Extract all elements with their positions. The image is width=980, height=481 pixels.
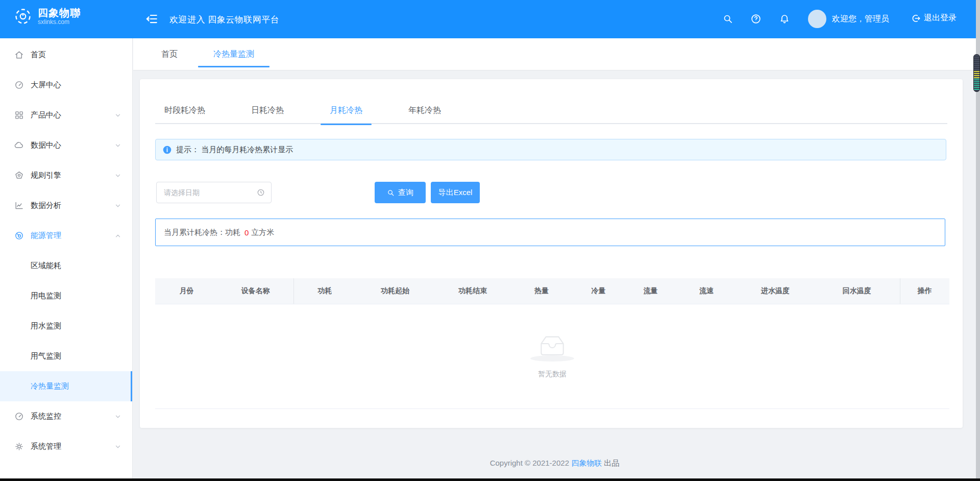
tab-yearly-consumption[interactable]: 年耗冷热 xyxy=(399,97,450,124)
chevron-down-icon xyxy=(115,414,121,420)
pentagon-badge-icon xyxy=(14,171,24,180)
content-card: 时段耗冷热 日耗冷热 月耗冷热 年耗冷热 提示： 当月的每月耗冷热累计显示 xyxy=(140,79,963,428)
sidebar-item-screen-center[interactable]: 大屏中心 xyxy=(0,70,132,100)
sidebar-item-system-management[interactable]: 系统管理 xyxy=(0,431,132,462)
col-inlet-temp: 进水温度 xyxy=(737,278,814,304)
tab-daily-consumption[interactable]: 日耗冷热 xyxy=(242,97,293,124)
period-tabs: 时段耗冷热 日耗冷热 月耗冷热 年耗冷热 xyxy=(155,97,947,124)
col-power-start: 功耗起始 xyxy=(356,278,434,304)
scrollbar-stripe-teal xyxy=(974,79,979,90)
top-header: 四象物聯 sxlinks.com 欢迎进入 四象云物联网平台 欢迎您，管理员 xyxy=(0,0,976,38)
sidebar-item-rule-engine[interactable]: 规则引擎 xyxy=(0,160,132,190)
sidebar-item-label: 产品中心 xyxy=(31,110,61,120)
sidebar-subitem-heat-cool-monitor[interactable]: 冷热量监测 xyxy=(0,371,132,401)
query-button[interactable]: 查询 xyxy=(375,182,426,203)
tab-home[interactable]: 首页 xyxy=(151,38,188,70)
table-header-row: 月份 设备名称 功耗 功耗起始 功耗结束 热量 冷量 流量 流速 进水温度 回水… xyxy=(155,278,949,304)
chevron-down-icon xyxy=(115,173,121,179)
footer-copyright: Copyright © 2021-2022 xyxy=(490,459,569,467)
tab-monthly-consumption[interactable]: 月耗冷热 xyxy=(321,97,372,124)
tab-label: 冷热量监测 xyxy=(213,49,254,60)
grid-menu-icon xyxy=(14,110,24,120)
col-power: 功耗 xyxy=(293,278,356,304)
footer-brand-link[interactable]: 四象物联 xyxy=(571,459,602,467)
sidebar-item-energy-management[interactable]: 能源管理 xyxy=(0,221,132,251)
sidebar-item-data-center[interactable]: 数据中心 xyxy=(0,130,132,160)
col-cold: 冷量 xyxy=(572,278,625,304)
empty-state: 暂无数据 xyxy=(530,330,574,379)
chevron-up-icon xyxy=(115,233,121,239)
monthly-summary-box: 当月累计耗冷热： 功耗 0 立方米 xyxy=(155,219,945,246)
search-icon xyxy=(387,189,395,197)
footer-suffix: 出品 xyxy=(604,459,619,467)
tab-label: 月耗冷热 xyxy=(330,105,362,116)
data-table: 月份 设备名称 功耗 功耗起始 功耗结束 热量 冷量 流量 流速 进水温度 回水… xyxy=(155,278,949,409)
empty-text: 暂无数据 xyxy=(530,370,574,379)
summary-label: 当月累计耗冷热： xyxy=(164,228,225,237)
sidebar-item-data-analysis[interactable]: 数据分析 xyxy=(0,190,132,221)
logout-button[interactable]: 退出登录 xyxy=(911,13,957,23)
sidebar-subitem-label: 用电监测 xyxy=(31,291,61,301)
info-alert: 提示： 当月的每月耗冷热累计显示 xyxy=(155,139,946,160)
tab-heat-cool-monitor[interactable]: 冷热量监测 xyxy=(198,38,270,70)
home-icon xyxy=(14,50,24,60)
brand-logo[interactable]: 四象物聯 sxlinks.com xyxy=(14,7,81,26)
help-icon[interactable] xyxy=(750,13,762,25)
chevron-down-icon xyxy=(115,142,121,149)
system-gauge-icon xyxy=(14,412,24,421)
sidebar-subitem-electricity-monitor[interactable]: 用电监测 xyxy=(0,281,132,311)
logout-icon xyxy=(911,13,921,23)
user-avatar[interactable] xyxy=(808,10,826,28)
search-icon[interactable] xyxy=(722,13,733,25)
sidebar-subitem-gas-monitor[interactable]: 用气监测 xyxy=(0,341,132,371)
scrollbar-stripe-dark xyxy=(974,55,979,71)
query-button-label: 查询 xyxy=(398,188,413,198)
brand-logo-icon xyxy=(14,8,32,25)
brand-subtitle: sxlinks.com xyxy=(38,19,81,26)
export-button-label: 导出Excel xyxy=(438,188,473,198)
sidebar-item-label: 系统管理 xyxy=(31,442,61,451)
col-flow: 流量 xyxy=(625,278,676,304)
energy-compass-icon xyxy=(14,231,24,240)
dashboard-gauge-icon xyxy=(14,80,24,90)
page-tab-bar: 首页 冷热量监测 xyxy=(133,38,976,70)
sidebar-item-label: 能源管理 xyxy=(31,231,61,240)
sidebar-item-label: 大屏中心 xyxy=(31,80,61,90)
sidebar-nav: 首页 大屏中心 产品中心 数据中心 xyxy=(0,38,133,478)
sidebar-item-home[interactable]: 首页 xyxy=(0,40,132,70)
sidebar-subitem-label: 用水监测 xyxy=(31,321,61,331)
brand-title: 四象物聯 xyxy=(38,7,81,19)
scrollbar-thumb[interactable] xyxy=(973,54,980,92)
summary-unit: 立方米 xyxy=(251,228,274,237)
scrollbar-stripe-yellow xyxy=(974,71,979,79)
sidebar-item-system-monitor[interactable]: 系统监控 xyxy=(0,401,132,431)
sidebar-item-label: 系统监控 xyxy=(31,412,61,421)
user-greeting: 欢迎您，管理员 xyxy=(832,14,889,25)
col-return-temp: 回水温度 xyxy=(814,278,900,304)
summary-value: 0 xyxy=(242,228,251,237)
chevron-down-icon xyxy=(115,203,121,209)
sidebar-item-label: 数据中心 xyxy=(31,140,61,150)
tab-label: 年耗冷热 xyxy=(408,105,441,116)
sidebar-item-product-center[interactable]: 产品中心 xyxy=(0,100,132,130)
sidebar-subitem-water-monitor[interactable]: 用水监测 xyxy=(0,311,132,341)
tab-period-consumption[interactable]: 时段耗冷热 xyxy=(155,97,214,124)
page-footer: Copyright © 2021-2022 四象物联 出品 xyxy=(133,459,976,468)
filter-toolbar: 查询 导出Excel xyxy=(155,182,947,203)
sidebar-collapse-icon[interactable] xyxy=(145,12,158,26)
logout-label: 退出登录 xyxy=(924,13,957,23)
summary-metric: 功耗 xyxy=(225,228,240,237)
sidebar-item-label: 首页 xyxy=(31,50,46,60)
sidebar-subitem-region-energy[interactable]: 区域能耗 xyxy=(0,251,132,281)
table-empty-body: 暂无数据 xyxy=(155,304,949,409)
date-picker-input[interactable] xyxy=(156,182,272,203)
sidebar-subitem-label: 区域能耗 xyxy=(31,261,61,271)
trend-chart-icon xyxy=(14,201,24,210)
col-month: 月份 xyxy=(155,278,218,304)
col-flow-rate: 流速 xyxy=(676,278,737,304)
export-excel-button[interactable]: 导出Excel xyxy=(431,182,480,203)
notification-bell-icon[interactable] xyxy=(779,13,790,25)
tab-label: 时段耗冷热 xyxy=(164,105,205,116)
col-heat: 热量 xyxy=(511,278,572,304)
info-icon xyxy=(163,146,172,154)
